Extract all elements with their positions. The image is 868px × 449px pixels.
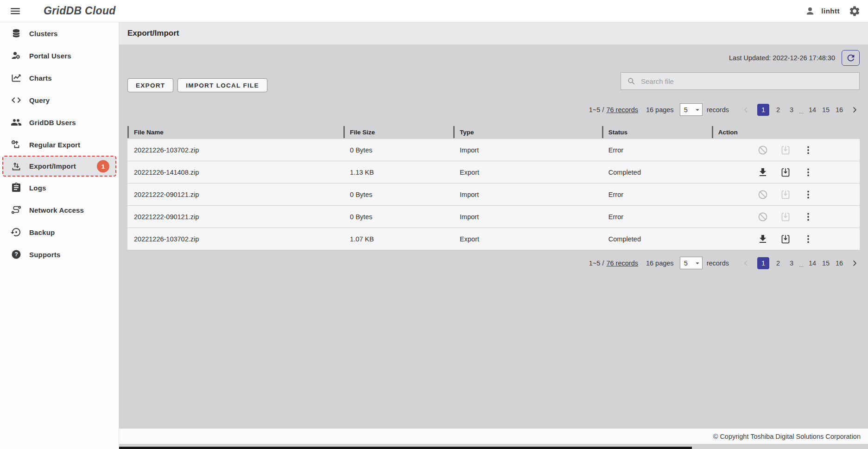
cell-file-name: 20221222-090121.zip	[127, 213, 343, 221]
svg-text:?: ?	[14, 251, 18, 258]
page-number-2[interactable]: 2	[773, 259, 783, 267]
page-number-14[interactable]: 14	[808, 106, 817, 114]
search-icon	[627, 76, 636, 86]
export-button[interactable]: EXPORT	[127, 78, 173, 92]
cell-file-name: 20221226-141408.zip	[127, 169, 343, 176]
records-count-link[interactable]: 76 records	[606, 259, 638, 267]
pagination-top: 1~5 / 76 records 16 pages 5 records 1 2 …	[127, 103, 860, 116]
page-number-15[interactable]: 15	[821, 259, 830, 267]
blocked-icon	[757, 145, 768, 156]
sidebar-item-charts[interactable]: Charts	[0, 67, 119, 89]
sidebar-item-label: Backup	[29, 228, 55, 236]
column-file-size: File Size	[350, 129, 375, 136]
range-text: 1~5 /	[589, 259, 604, 267]
page-size-value: 5	[684, 106, 688, 114]
kebab-menu-icon[interactable]	[803, 145, 814, 156]
column-divider	[712, 126, 713, 138]
export-import-icon	[11, 161, 22, 172]
cell-type: Export	[453, 235, 602, 243]
sidebar-item-label: GridDB Users	[29, 119, 76, 126]
code-icon	[11, 95, 22, 106]
cell-status: Completed	[602, 235, 712, 243]
pagination-bottom: 1~5 / 76 records 16 pages 5 records 1 2 …	[127, 257, 860, 269]
caret-down-icon	[693, 259, 702, 267]
app-title: GridDB Cloud	[44, 5, 116, 17]
page-number-3[interactable]: 3	[787, 259, 796, 267]
sidebar-item-clusters[interactable]: Clusters	[0, 22, 119, 44]
caret-down-icon	[693, 106, 702, 114]
sidebar-item-label: Supports	[29, 251, 60, 259]
sidebar-item-griddb-users[interactable]: GridDB Users	[0, 111, 119, 133]
kebab-menu-icon[interactable]	[803, 211, 814, 222]
page-title: Export/Import	[119, 22, 868, 44]
cell-file-size: 0 Bytes	[343, 146, 453, 154]
import-local-file-button[interactable]: IMPORT LOCAL FILE	[177, 78, 267, 92]
download-icon[interactable]	[757, 167, 768, 178]
notification-badge: 1	[97, 160, 109, 172]
menu-icon[interactable]	[9, 5, 21, 17]
column-status: Status	[608, 129, 627, 136]
supports-icon: ?	[11, 249, 22, 260]
kebab-menu-icon[interactable]	[803, 167, 814, 178]
gear-icon[interactable]	[849, 5, 861, 17]
cell-file-name: 20221226-103702.zip	[127, 235, 343, 243]
records-suffix: records	[707, 106, 729, 114]
page-size-select[interactable]: 5	[680, 257, 703, 269]
cell-type: Import	[453, 213, 602, 221]
chevron-left-icon[interactable]	[741, 105, 751, 115]
inbox-import-icon[interactable]	[780, 189, 791, 200]
sidebar-item-query[interactable]: Query	[0, 89, 119, 111]
cell-actions	[712, 145, 860, 156]
sidebar-item-logs[interactable]: Logs	[0, 177, 119, 199]
page-number-16[interactable]: 16	[835, 259, 844, 267]
chevron-right-icon[interactable]	[849, 258, 860, 268]
page-size-value: 5	[684, 259, 688, 267]
main-area: Export/Import Last Updated: 2022-12-26 1…	[119, 22, 868, 449]
kebab-menu-icon[interactable]	[803, 189, 814, 200]
refresh-icon	[846, 53, 856, 63]
inbox-import-icon[interactable]	[780, 211, 791, 222]
table-body: 20221226-103702.zip0 BytesImportError202…	[127, 139, 860, 250]
page-number-1[interactable]: 1	[757, 257, 769, 269]
network-access-icon	[11, 204, 22, 215]
cell-status: Error	[602, 213, 712, 221]
sidebar-item-network-access[interactable]: Network Access	[0, 199, 119, 221]
download-icon[interactable]	[757, 234, 768, 245]
inbox-import-icon[interactable]	[780, 167, 791, 178]
kebab-menu-icon[interactable]	[803, 234, 814, 245]
chevron-right-icon[interactable]	[849, 105, 860, 115]
search-input[interactable]	[640, 77, 855, 86]
page-size-select[interactable]: 5	[680, 103, 703, 116]
cell-file-name: 20221226-103702.zip	[127, 146, 343, 154]
blocked-icon	[757, 189, 768, 200]
range-text: 1~5 /	[589, 106, 604, 114]
page-number-1[interactable]: 1	[757, 104, 769, 116]
records-count-link[interactable]: 76 records	[606, 106, 638, 114]
inbox-import-icon[interactable]	[780, 145, 791, 156]
horizontal-scrollbar-thumb[interactable]	[119, 447, 692, 449]
topbar-right: linhtt	[805, 5, 861, 17]
cell-file-size: 1.07 KB	[343, 235, 453, 243]
sidebar-item-backup[interactable]: Backup	[0, 221, 119, 243]
page-number-15[interactable]: 15	[821, 106, 830, 114]
page-number-16[interactable]: 16	[835, 106, 844, 114]
cell-status: Completed	[602, 169, 712, 176]
cell-file-name: 20221222-090121.zip	[127, 191, 343, 198]
users-icon	[11, 117, 22, 128]
sidebar-item-label: Query	[29, 96, 50, 104]
sidebar-item-portal-users[interactable]: Portal Users	[0, 44, 119, 67]
files-table: File Name File Size Type Status Action 2…	[127, 125, 860, 250]
page-number-14[interactable]: 14	[808, 259, 817, 267]
cell-actions	[712, 234, 860, 245]
page-number-3[interactable]: 3	[787, 106, 796, 114]
chevron-left-icon[interactable]	[741, 258, 751, 268]
inbox-import-icon[interactable]	[780, 234, 791, 245]
table-row: 20221226-103702.zip1.07 KBExportComplete…	[127, 228, 860, 250]
sidebar-item-regular-export[interactable]: Regular Export	[0, 133, 119, 156]
pages-count: 16 pages	[646, 259, 674, 267]
sidebar-item-supports[interactable]: ? Supports	[0, 243, 119, 266]
sidebar-item-export-import[interactable]: Export/Import 1	[2, 156, 116, 177]
cell-type: Export	[453, 169, 602, 176]
page-number-2[interactable]: 2	[773, 106, 783, 114]
refresh-button[interactable]	[842, 50, 860, 66]
